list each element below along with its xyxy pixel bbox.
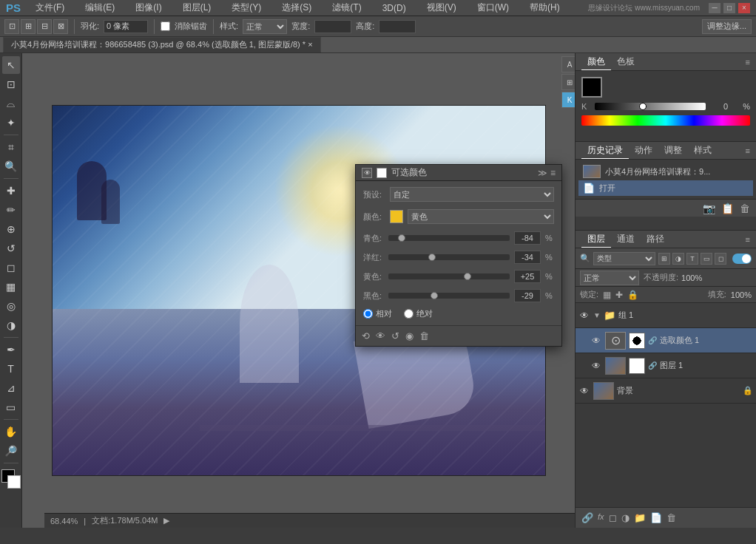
yellow-slider-thumb[interactable] [464, 273, 471, 280]
dialog-icon-vis[interactable]: 👁 [362, 168, 372, 178]
black-value[interactable]: -29 [514, 289, 541, 302]
brush-tool[interactable]: ✏ [2, 201, 20, 219]
color-select[interactable]: 黄色 [408, 209, 554, 224]
menu-layer[interactable]: 图层(L) [177, 0, 217, 16]
cyan-value[interactable]: -84 [514, 231, 541, 245]
absolute-radio[interactable] [404, 309, 414, 319]
crop-tool[interactable]: ⌗ [2, 138, 20, 156]
history-panel-menu-icon[interactable]: ≡ [746, 146, 750, 155]
menu-help[interactable]: 帮助(H) [524, 0, 566, 16]
opacity-value[interactable]: 100% [681, 273, 702, 282]
aa-checkbox[interactable] [161, 21, 170, 31]
menu-type[interactable]: 类型(Y) [226, 0, 267, 16]
history-snapshot-icon[interactable]: 📷 [703, 203, 715, 214]
path-tool[interactable]: ⊿ [2, 379, 20, 397]
minimize-button[interactable]: ─ [709, 3, 720, 13]
filter-smart-icon[interactable]: ◻ [715, 253, 726, 265]
tab-paths[interactable]: 路径 [641, 231, 670, 248]
document-tab[interactable]: 小莫4月份网络培训课程：986658485 (3).psd @ 68.4% (选… [3, 37, 321, 52]
dodge-tool[interactable]: ◑ [2, 316, 20, 334]
pen-tool[interactable]: ✒ [2, 341, 20, 358]
tab-layers[interactable]: 图层 [581, 231, 611, 248]
menu-image[interactable]: 图像(I) [129, 0, 167, 16]
fx-icon[interactable]: fx [598, 512, 604, 523]
black-slider-track[interactable] [388, 293, 510, 299]
blur-tool[interactable]: ◎ [2, 297, 20, 315]
layer-vis-bg[interactable]: 👁 [578, 385, 590, 397]
layer-vis-group1[interactable]: 👁 [578, 310, 590, 322]
k-slider-thumb[interactable] [639, 103, 647, 110]
tab-color[interactable]: 颜色 [581, 54, 611, 70]
text-tool[interactable]: T [2, 360, 20, 378]
tab-actions[interactable]: 动作 [629, 143, 658, 159]
layer-type-select[interactable]: 类型 [593, 252, 655, 265]
layer-filter-toggle[interactable] [732, 254, 752, 264]
new-selection-btn[interactable]: ⊡ [4, 19, 19, 34]
menu-filter[interactable]: 滤镜(T) [326, 0, 367, 16]
maximize-button[interactable]: □ [723, 3, 735, 13]
tab-swatches[interactable]: 色板 [611, 54, 641, 70]
close-button[interactable]: × [738, 3, 750, 13]
add-selection-btn[interactable]: ⊞ [21, 19, 36, 34]
menu-3d[interactable]: 3D(D) [377, 1, 412, 15]
arrow-icon[interactable]: ▶ [163, 516, 169, 526]
menu-edit[interactable]: 编辑(E) [79, 0, 121, 16]
history-item-1[interactable]: 📄 打开 [578, 180, 753, 196]
layer-row-group1[interactable]: 👁 ▼ 📁 组 1 [576, 303, 756, 328]
filter-adjust-icon[interactable]: ◑ [672, 253, 684, 265]
shape-tool[interactable]: ▭ [2, 398, 20, 416]
layer-name-group1[interactable]: 组 1 [618, 310, 753, 321]
blend-mode-select[interactable]: 正常 [580, 271, 639, 285]
black-slider-thumb[interactable] [431, 292, 438, 299]
relative-radio-label[interactable]: 相对 [363, 308, 392, 319]
history-delete-icon[interactable]: 🗑 [740, 203, 750, 214]
delete-layer-icon[interactable]: 🗑 [666, 512, 676, 523]
tab-history[interactable]: 历史记录 [581, 143, 629, 159]
panel-toggle-btn3[interactable]: K [561, 92, 575, 108]
adjust-edge-button[interactable]: 调整边缘... [702, 19, 752, 34]
tab-styles[interactable]: 样式 [688, 143, 718, 159]
dialog-menu-icon[interactable]: ≡ [550, 168, 556, 178]
history-new-icon[interactable]: 📋 [721, 203, 734, 214]
clone-tool[interactable]: ⊕ [2, 220, 20, 238]
history-brush-tool[interactable]: ↺ [2, 239, 20, 257]
add-adjustment-icon[interactable]: ◑ [621, 512, 630, 523]
foreground-color-swatch[interactable] [581, 77, 602, 98]
history-item-0[interactable]: 小莫4月份网络培训课程：9... [578, 163, 753, 180]
layers-panel-menu-icon[interactable]: ≡ [746, 235, 750, 244]
folder-arrow-group1[interactable]: ▼ [593, 311, 601, 319]
add-group-icon[interactable]: 📁 [634, 512, 646, 523]
relative-radio[interactable] [363, 309, 373, 319]
hand-tool[interactable]: ✋ [2, 423, 20, 441]
tab-adjustments[interactable]: 调整 [658, 143, 688, 159]
layer-row-selective-color[interactable]: 👁 ⊙ 🔗 选取颜色 1 [576, 328, 756, 353]
menu-select[interactable]: 选择(S) [276, 0, 317, 16]
dialog-return-icon[interactable]: ⟲ [362, 330, 370, 341]
preset-select[interactable]: 自定 [390, 187, 554, 202]
layer-row-layer1[interactable]: 👁 🔗 图层 1 [576, 353, 756, 378]
dialog-refresh-icon[interactable]: ↺ [391, 330, 399, 341]
k-slider[interactable] [595, 103, 706, 110]
filter-shape-icon[interactable]: ▭ [701, 253, 712, 265]
magenta-slider-thumb[interactable] [428, 254, 436, 261]
panel-toggle-btn1[interactable]: A [561, 56, 575, 72]
dialog-eye-icon[interactable]: ◉ [405, 330, 414, 341]
tab-channels[interactable]: 通道 [611, 231, 641, 248]
link-layers-icon[interactable]: 🔗 [581, 512, 593, 523]
dialog-expand-icon[interactable]: ≫ [538, 168, 547, 178]
cyan-slider-track[interactable] [388, 235, 510, 241]
height-input[interactable] [379, 20, 416, 33]
menu-file[interactable]: 文件(F) [30, 0, 70, 16]
menu-window[interactable]: 窗口(W) [471, 0, 515, 16]
filter-pixel-icon[interactable]: ⊞ [658, 253, 670, 265]
magenta-slider-track[interactable] [388, 254, 510, 260]
color-swatches[interactable] [1, 469, 21, 489]
dialog-delete-icon[interactable]: 🗑 [419, 330, 429, 341]
yellow-slider-track[interactable] [388, 273, 510, 279]
move-tool[interactable]: ↖ [2, 56, 20, 74]
intersect-selection-btn[interactable]: ⊠ [53, 19, 68, 34]
panel-toggle-btn2[interactable]: ⊞ [561, 74, 575, 90]
background-color[interactable] [7, 475, 21, 489]
magic-wand-tool[interactable]: ✦ [2, 114, 20, 132]
layer-row-bg[interactable]: 👁 背景 🔒 [576, 378, 756, 404]
